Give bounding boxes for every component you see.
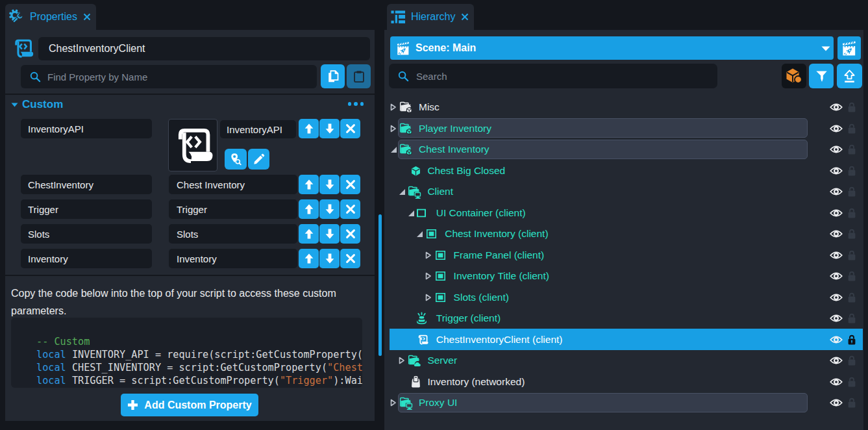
lock-icon[interactable] — [847, 229, 856, 240]
expand-arrow-icon[interactable] — [390, 398, 397, 407]
property-value-field[interactable]: Slots — [169, 224, 297, 244]
tree-expander[interactable] — [399, 187, 406, 196]
tree-row[interactable]: Frame Panel (client) — [384, 244, 863, 266]
delete-property-button[interactable] — [340, 119, 360, 138]
tree-row[interactable]: Client — [384, 181, 863, 203]
lock-icon[interactable] — [847, 334, 856, 345]
visibility-eye-icon[interactable] — [830, 250, 843, 260]
expand-arrow-icon[interactable] — [425, 293, 432, 302]
property-name-field[interactable]: ChestInventory — [21, 175, 152, 194]
property-name-field[interactable]: Slots — [21, 224, 152, 244]
expand-arrow-icon[interactable] — [425, 251, 432, 260]
lock-icon[interactable] — [847, 102, 856, 113]
copy-properties-button[interactable] — [321, 64, 345, 88]
lock-icon[interactable] — [847, 271, 856, 282]
section-collapse-icon[interactable] — [11, 103, 18, 107]
networked-objects-toggle[interactable] — [782, 64, 806, 88]
expand-arrow-icon[interactable] — [425, 272, 432, 281]
collapse-arrow-icon[interactable] — [416, 229, 423, 238]
find-asset-button[interactable] — [225, 149, 247, 170]
tree-row[interactable]: Inventory (networked) — [384, 371, 863, 392]
close-tab-icon[interactable] — [461, 13, 469, 21]
tab-properties[interactable]: Properties — [5, 4, 96, 30]
lock-icon[interactable] — [847, 144, 856, 155]
property-value-field[interactable]: Inventory — [169, 249, 297, 268]
scene-selector-dropdown[interactable]: Scene: Main — [390, 36, 834, 60]
visibility-eye-icon[interactable] — [830, 123, 843, 133]
property-name-field[interactable]: Inventory — [21, 249, 152, 268]
visibility-eye-icon[interactable] — [830, 398, 843, 408]
scene-manager-button[interactable] — [837, 36, 861, 60]
delete-property-button[interactable] — [340, 175, 360, 194]
expand-arrow-icon[interactable] — [390, 103, 397, 112]
edit-script-button[interactable] — [248, 149, 269, 170]
collapse-arrow-icon[interactable] — [390, 145, 397, 154]
tree-row[interactable]: Proxy UI — [384, 392, 863, 414]
section-menu-button[interactable] — [348, 102, 364, 106]
add-custom-property-button[interactable]: Add Custom Property — [121, 394, 258, 416]
hierarchy-search-input[interactable]: Search — [389, 64, 717, 88]
move-property-down-button[interactable] — [319, 199, 340, 219]
paste-properties-button[interactable] — [347, 64, 371, 88]
tree-row[interactable]: Player Inventory — [384, 118, 863, 139]
visibility-eye-icon[interactable] — [830, 166, 843, 175]
lock-icon[interactable] — [847, 207, 856, 218]
filter-button[interactable] — [809, 64, 834, 88]
visibility-eye-icon[interactable] — [830, 187, 843, 197]
property-name-field[interactable]: Trigger — [21, 199, 152, 219]
lock-icon[interactable] — [847, 376, 856, 387]
visibility-eye-icon[interactable] — [830, 208, 843, 218]
tree-row[interactable]: Chest Inventory (client) — [384, 223, 863, 245]
tree-expander[interactable] — [390, 145, 398, 154]
tree-expander[interactable] — [390, 124, 398, 133]
tree-row[interactable]: ChestInventoryClient (client) — [384, 329, 863, 350]
tree-expander[interactable] — [425, 293, 433, 302]
property-name-field[interactable]: InventoryAPI — [21, 119, 152, 138]
tree-expander[interactable] — [408, 209, 415, 218]
object-name-input[interactable]: ChestInventoryClient — [38, 37, 370, 60]
move-property-up-button[interactable] — [299, 175, 319, 194]
tree-row[interactable]: Slots (client) — [384, 286, 863, 308]
expand-arrow-icon[interactable] — [399, 356, 405, 365]
move-property-down-button[interactable] — [319, 175, 340, 194]
tree-row[interactable]: Misc — [384, 97, 863, 118]
tree-row[interactable]: Chest Inventory — [384, 139, 863, 160]
lock-icon[interactable] — [847, 123, 856, 134]
tree-expander[interactable] — [399, 356, 406, 365]
close-tab-icon[interactable] — [83, 13, 91, 21]
expand-arrow-icon[interactable] — [390, 124, 397, 133]
tree-expander[interactable] — [425, 272, 433, 281]
tree-expander[interactable] — [390, 103, 398, 112]
tree-row[interactable]: Inventory Title (client) — [384, 266, 863, 287]
collapse-arrow-icon[interactable] — [408, 209, 415, 218]
move-property-down-button[interactable] — [319, 224, 340, 244]
asset-reference-box[interactable] — [168, 119, 217, 171]
export-button[interactable] — [837, 64, 862, 88]
visibility-eye-icon[interactable] — [830, 377, 843, 386]
property-value-field[interactable]: Trigger — [169, 199, 297, 219]
visibility-eye-icon[interactable] — [830, 103, 843, 112]
visibility-eye-icon[interactable] — [830, 292, 843, 302]
lock-icon[interactable] — [847, 165, 856, 176]
move-property-up-button[interactable] — [299, 119, 319, 138]
tree-row[interactable]: Chest Big Closed — [384, 160, 863, 181]
move-property-up-button[interactable] — [299, 249, 319, 268]
asset-reference-value[interactable]: InventoryAPI — [220, 120, 296, 138]
property-value-field[interactable]: Chest Inventory — [169, 175, 297, 194]
custom-section-header[interactable]: Custom — [11, 97, 369, 112]
visibility-eye-icon[interactable] — [830, 229, 843, 239]
tree-row[interactable]: UI Container (client) — [384, 202, 863, 223]
lock-icon[interactable] — [847, 249, 856, 260]
delete-property-button[interactable] — [340, 224, 360, 244]
visibility-eye-icon[interactable] — [830, 145, 843, 155]
property-search-input[interactable]: Find Property by Name — [21, 65, 317, 88]
visibility-eye-icon[interactable] — [830, 335, 843, 344]
lock-icon[interactable] — [847, 186, 856, 197]
lock-icon[interactable] — [847, 313, 856, 324]
collapse-arrow-icon[interactable] — [399, 187, 406, 196]
visibility-eye-icon[interactable] — [830, 314, 843, 323]
move-property-down-button[interactable] — [319, 249, 340, 268]
delete-property-button[interactable] — [340, 249, 360, 268]
tree-row[interactable]: Server — [384, 350, 863, 372]
tree-expander[interactable] — [416, 229, 424, 238]
